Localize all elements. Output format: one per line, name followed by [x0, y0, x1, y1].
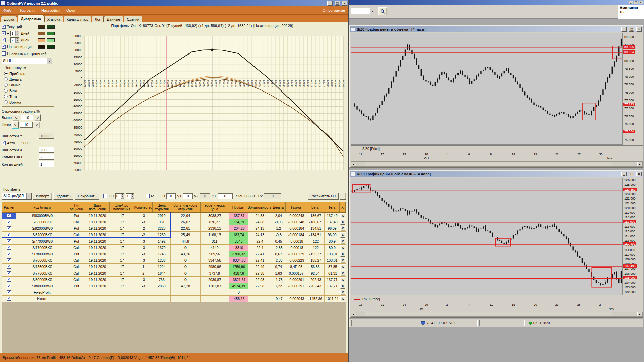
row-delete-button[interactable]: X [340, 271, 345, 276]
row-checkbox[interactable] [7, 278, 11, 282]
siz0-scrollbar[interactable]: ◄ ► [351, 161, 643, 167]
delete-button[interactable]: Удалить [53, 193, 73, 200]
minimize-button[interactable]: _ [621, 27, 627, 32]
scroll-thumb[interactable] [365, 312, 612, 316]
scroll-right-arrow[interactable]: ► [637, 312, 642, 316]
row-delete-button[interactable]: X [340, 232, 345, 238]
spin2[interactable]: 1▲▼ [126, 193, 134, 199]
above-value-input[interactable]: 10 [21, 115, 33, 120]
row-delete-cell[interactable]: X [340, 270, 346, 276]
close-button[interactable]: × [636, 172, 642, 176]
above-decrease-button[interactable]: < [13, 114, 19, 121]
below-value-input[interactable]: 10 [20, 122, 33, 128]
row-delete-cell[interactable]: X [340, 277, 346, 283]
tab-Доска[interactable]: Доска [1, 16, 17, 22]
row-delete-button[interactable]: X [340, 245, 345, 250]
search-user-button[interactable] [378, 7, 387, 15]
toolbar-combobox[interactable]: ▼ [351, 8, 375, 14]
below-increase-button[interactable]: > [34, 121, 40, 128]
draw-option-Вега[interactable]: Вега [4, 88, 52, 94]
curve-row-current[interactable]: Текущий [2, 23, 55, 30]
row-check-cell[interactable] [2, 213, 16, 219]
draw-option-Дельта[interactable]: Дельта [4, 76, 52, 82]
sko-input[interactable]: 2 [39, 154, 54, 160]
p2-input[interactable]: 0 [264, 193, 281, 199]
row-delete-cell[interactable]: X [340, 245, 346, 251]
draw-option-Тета[interactable]: Тета [4, 94, 52, 99]
m-checkbox[interactable] [146, 194, 150, 198]
scroll-thumb[interactable] [365, 162, 612, 166]
row-checkbox[interactable] [7, 290, 11, 294]
row-check-cell[interactable] [2, 283, 16, 289]
row-delete-button[interactable]: X [340, 284, 345, 289]
row-check-cell[interactable] [2, 257, 16, 263]
days-input[interactable]: 1 [39, 161, 54, 167]
current-checkbox[interactable] [2, 25, 6, 29]
grid-x-input[interactable]: 250 [39, 147, 54, 153]
row-delete-cell[interactable]: X [340, 283, 346, 289]
v1-input[interactable]: 0 [183, 193, 193, 199]
row-checkbox[interactable] [7, 226, 11, 230]
auto-checkbox[interactable] [2, 141, 6, 145]
portfolio-strategy-select[interactable]: Si СтреДДЛ▼ [2, 193, 32, 200]
above-increase-button[interactable]: > [35, 114, 41, 121]
tab-Лог[interactable]: Лог [92, 16, 103, 22]
p1-input[interactable]: 0 [218, 193, 233, 199]
row-checkbox[interactable] [7, 233, 11, 237]
menu-item-3[interactable]: Окно [63, 8, 78, 12]
save-button[interactable]: Сохранить [75, 193, 99, 200]
row-check-cell[interactable] [2, 238, 16, 244]
row-checkbox[interactable] [7, 284, 11, 288]
close-button[interactable]: × [636, 27, 642, 32]
row-delete-button[interactable]: X [340, 239, 345, 244]
close-button[interactable]: × [342, 1, 347, 6]
strategy-select[interactable]: Si НН▼ [2, 58, 52, 64]
row-checkbox[interactable] [7, 297, 11, 301]
row-delete-button[interactable]: X [340, 296, 345, 301]
d-input[interactable]: 0 [166, 193, 176, 199]
scroll-track[interactable] [356, 162, 637, 166]
row-checkbox[interactable] [7, 239, 11, 243]
row-checkbox[interactable] [7, 271, 11, 275]
row-delete-button[interactable]: X [340, 252, 345, 257]
row-checkbox[interactable] [7, 258, 11, 262]
siz0-titlebar[interactable]: SiZ0 График цены и объёма - [4 часа] _ □… [350, 26, 643, 32]
more-button[interactable]: _ [340, 193, 346, 200]
menu-item-2[interactable]: Настройки [38, 8, 63, 12]
restore-button[interactable]: □ [629, 27, 634, 32]
row-delete-cell[interactable]: X [340, 219, 346, 225]
riz0-scrollbar[interactable]: ◄ ► [351, 312, 643, 317]
plus2-checkbox[interactable] [2, 38, 6, 42]
row-delete-cell[interactable]: X [340, 225, 346, 231]
compare-row[interactable]: Сравнить со стратегией [2, 50, 55, 57]
tab-Данные[interactable]: Данные [104, 16, 124, 22]
row-delete-cell[interactable]: X [340, 257, 346, 263]
riz0-titlebar[interactable]: RIZ0 График цены и объема #8 - [4 часа] … [350, 171, 643, 177]
row-delete-button[interactable]: X [340, 290, 345, 295]
tab-Калькулятор[interactable]: Калькулятор [64, 16, 91, 22]
tab-Сделки[interactable]: Сделки [124, 16, 142, 22]
row-delete-cell[interactable]: X [340, 251, 346, 257]
row-check-cell[interactable] [2, 270, 16, 276]
restore-button[interactable]: □ [629, 172, 634, 176]
row-check-cell[interactable] [2, 277, 16, 283]
row-checkbox[interactable] [7, 220, 11, 224]
row-delete-button[interactable]: X [340, 213, 345, 218]
row-check-cell[interactable] [2, 264, 16, 270]
menu-item-0[interactable]: Файл [0, 8, 16, 12]
close-button[interactable]: × [639, 1, 643, 4]
row-delete-button[interactable]: X [340, 220, 345, 225]
row-check-cell[interactable] [2, 296, 16, 302]
row-delete-button[interactable]: X [340, 258, 345, 263]
minimize-button[interactable]: _ [327, 1, 333, 6]
draw-option-Прибыль[interactable]: Прибыль [4, 71, 52, 76]
v2-input[interactable]: 0 [200, 193, 210, 199]
maximize-button[interactable]: □ [335, 1, 340, 6]
import-button[interactable]: Импорт [33, 193, 52, 200]
minimize-button[interactable]: _ [629, 1, 633, 4]
expiration-checkbox[interactable] [2, 45, 6, 49]
menu-item-1[interactable]: Торговля [16, 8, 38, 12]
row-delete-cell[interactable]: X [340, 264, 346, 270]
row-delete-cell[interactable]: X [340, 296, 346, 302]
row-checkbox[interactable] [7, 214, 11, 218]
